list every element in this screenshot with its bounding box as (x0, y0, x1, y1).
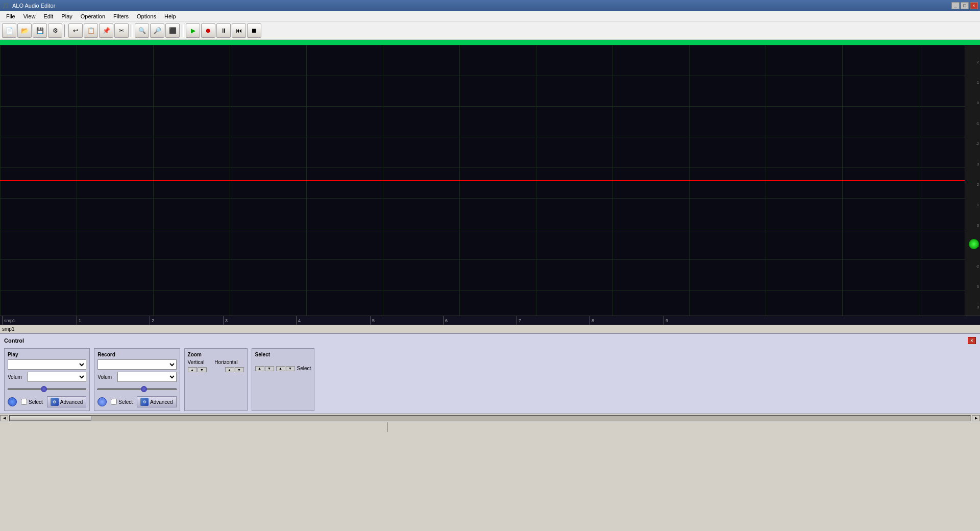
record-select-checkbox[interactable] (111, 399, 117, 405)
select-right-up-button[interactable]: ▲ (276, 366, 285, 371)
stop-button[interactable]: ⏹ (247, 23, 261, 38)
timeline-tick-6: 6 (443, 316, 448, 325)
ruler-tick: -1 (965, 122, 980, 125)
pause-button[interactable]: ⏸ (216, 23, 231, 38)
minimize-button[interactable]: _ (951, 2, 960, 9)
play-button[interactable]: ▶ (186, 23, 200, 38)
play-volume-dropdown[interactable] (28, 372, 86, 382)
zoom-horizontal-control: ▲ ▼ (225, 367, 244, 372)
progress-bar (0, 40, 980, 45)
select-left-down-button[interactable]: ▼ (265, 366, 274, 371)
record-volume-dropdown[interactable] (117, 372, 176, 382)
timeline-tick-9: 9 (664, 316, 668, 325)
timeline-tick-8: 8 (590, 316, 594, 325)
ruler-tick: 1 (965, 203, 980, 207)
play-slider-thumb[interactable] (41, 386, 47, 392)
new-button[interactable]: 📄 (2, 23, 16, 38)
ruler-tick: 0 (965, 101, 980, 105)
copy-button[interactable]: 📋 (84, 23, 98, 38)
record-device-dropdown[interactable] (97, 359, 176, 370)
zoom-horizontal-buttons: ▲ ▼ (225, 367, 244, 372)
play-advanced-label: Advanced (60, 399, 83, 405)
scroll-right-button[interactable]: ▶ (972, 415, 980, 421)
select-controls: ▲ ▼ ▲ ▼ Select (255, 366, 311, 371)
zoom-horizontal-label: Horizontal (214, 359, 237, 365)
select-section: Select ▲ ▼ ▲ ▼ Select (252, 348, 315, 411)
menu-view[interactable]: View (19, 12, 40, 20)
play-device-dropdown[interactable] (8, 359, 86, 370)
play-select-label: Select (29, 399, 43, 405)
bottom-left (0, 422, 388, 432)
green-indicator (969, 239, 979, 249)
toolbar: 📄 📂 💾 ⚙ ↩ 📋 📌 ✂ 🔍 🔎 ⬛ ▶ ⏺ ⏸ ⏮ ⏹ (0, 21, 980, 40)
ruler-right-padding (965, 316, 980, 325)
record-slider-thumb[interactable] (141, 386, 147, 392)
scroll-track[interactable] (9, 415, 971, 421)
record-advanced-icon: ⚙ (140, 398, 149, 406)
play-slider-container[interactable] (8, 385, 86, 393)
record-bottom-row: Select ⚙ Advanced (97, 396, 176, 407)
open-button[interactable]: 📂 (17, 23, 32, 38)
menu-filters[interactable]: Filters (109, 12, 133, 20)
save-button[interactable]: 💾 (33, 23, 47, 38)
ruler-tick: 1 (965, 81, 980, 84)
timeline-tick-smp1: smp1 (2, 316, 15, 325)
close-button[interactable]: × (970, 2, 978, 9)
waveform-canvas[interactable] (0, 45, 965, 316)
settings-button[interactable]: ⚙ (48, 23, 62, 38)
maximize-button[interactable]: □ (961, 2, 969, 9)
select-left-buttons: ▲ ▼ (255, 366, 274, 371)
play-advanced-button[interactable]: ⚙ Advanced (47, 396, 86, 407)
zoom-fit-button[interactable]: ⬛ (165, 23, 180, 38)
record-circle-button[interactable] (97, 397, 107, 406)
zoom-vertical-up-button[interactable]: ▲ (188, 367, 197, 372)
record-volume-row: Volum (97, 372, 176, 382)
zoom-vertical-down-button[interactable]: ▼ (198, 367, 207, 372)
scroll-thumb[interactable] (10, 416, 91, 421)
select-left-up-button[interactable]: ▲ (255, 366, 264, 371)
timeline-tick-5: 5 (370, 316, 375, 325)
zoom-out-button[interactable]: 🔍 (135, 23, 149, 38)
menu-help[interactable]: Help (160, 12, 180, 20)
zoom-horizontal-up-button[interactable]: ▲ (225, 367, 234, 372)
paste-button[interactable]: 📌 (99, 23, 113, 38)
record-advanced-button[interactable]: ⚙ Advanced (137, 396, 176, 407)
ruler-tick: -2 (965, 264, 980, 268)
status-bar: smp1 (0, 325, 980, 333)
control-close-button[interactable]: × (968, 337, 976, 344)
control-title: Control (4, 337, 24, 344)
zoom-in-button[interactable]: 🔎 (150, 23, 164, 38)
timeline-tick-3: 3 (223, 316, 228, 325)
cut-button[interactable]: ✂ (114, 23, 129, 38)
menu-file[interactable]: File (2, 12, 19, 20)
menu-operation[interactable]: Operation (77, 12, 109, 20)
menu-edit[interactable]: Edit (39, 12, 57, 20)
play-advanced-icon: ⚙ (51, 398, 59, 406)
menu-play[interactable]: Play (57, 12, 76, 20)
record-button[interactable]: ⏺ (201, 23, 215, 38)
menu-options[interactable]: Options (133, 12, 160, 20)
play-select-checkbox[interactable] (21, 399, 27, 405)
zoom-section: Zoom Vertical Horizontal ▲ ▼ ▲ ▼ (184, 348, 248, 411)
play-circle-button[interactable] (8, 397, 17, 406)
play-dropdown-row (8, 359, 86, 370)
play-bottom-row: Select ⚙ Advanced (8, 396, 86, 407)
timeline-tick-7: 7 (517, 316, 521, 325)
scroll-left-button[interactable]: ◀ (0, 415, 8, 421)
ruler-tick: 2 (965, 60, 980, 64)
zoom-vertical-label: Vertical (188, 359, 205, 365)
ruler-tick: -2 (965, 142, 980, 146)
skip-back-button[interactable]: ⏮ (232, 23, 246, 38)
control-sections: Play Volum (4, 348, 976, 411)
bottom-right (388, 422, 980, 432)
zoom-horizontal-down-button[interactable]: ▼ (235, 367, 244, 372)
record-section: Record Volum (94, 348, 180, 411)
select-label: Select (255, 352, 311, 357)
record-dropdown-row (97, 359, 176, 370)
undo-button[interactable]: ↩ (68, 23, 83, 38)
menu-bar: File View Edit Play Operation Filters Op… (0, 11, 980, 21)
record-slider-container[interactable] (97, 385, 176, 393)
select-right-down-button[interactable]: ▼ (286, 366, 295, 371)
status-text: smp1 (2, 326, 14, 332)
ruler-labels: 2 1 0 -1 -2 3 2 1 0 -1 -2 5 3 (965, 45, 980, 316)
